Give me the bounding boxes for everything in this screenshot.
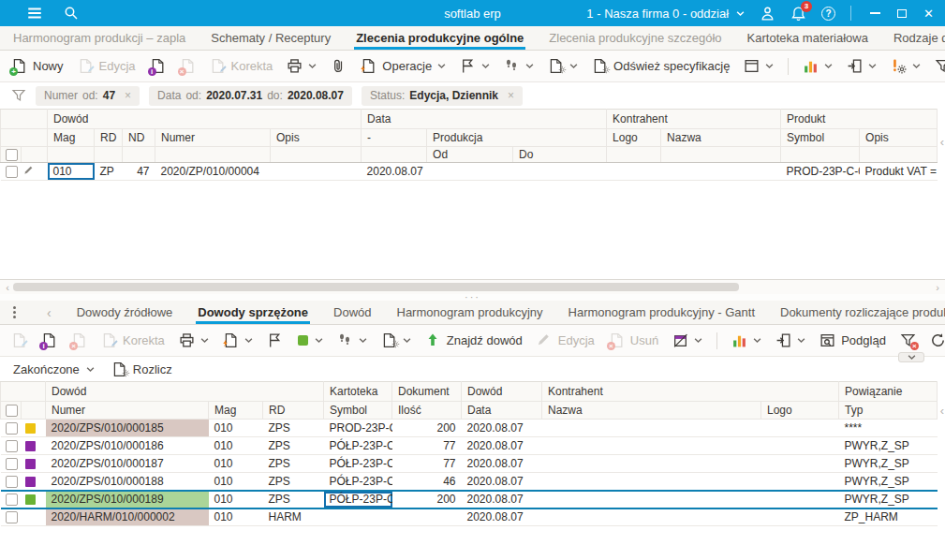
cell-symbol[interactable]: PÓŁP-23P-C	[324, 491, 392, 508]
korekta-button[interactable]: Korekta	[101, 332, 165, 348]
col-mag[interactable]: Mag	[48, 129, 95, 147]
operations-button[interactable]: Operacje	[361, 58, 446, 74]
maximize-button[interactable]	[897, 9, 907, 18]
cell-logo[interactable]	[761, 508, 839, 526]
cell-mag[interactable]: 010	[209, 508, 263, 526]
col-od[interactable]: Od	[427, 147, 513, 163]
tab-dowody-sprzezone[interactable]: Dowody sprzężone	[198, 301, 308, 324]
collapse-panel-button[interactable]	[898, 352, 924, 362]
cell-typ[interactable]: PWYR,Z_SP	[839, 455, 938, 473]
cell-nazwa[interactable]	[542, 455, 761, 473]
tab-rodzaje-dowodow[interactable]: Rodzaje dowodów	[893, 26, 945, 50]
cell-mag[interactable]: 010	[209, 420, 263, 437]
col-nd[interactable]: ND	[123, 129, 155, 147]
cell-rd[interactable]: ZPS	[263, 473, 324, 491]
cell-numer[interactable]: 2020/ZPS/010/000188	[46, 473, 209, 491]
cell-mag[interactable]: 010	[209, 491, 263, 508]
cell-rd[interactable]: ZPS	[263, 455, 324, 473]
company-selector[interactable]: 1 - Nasza firma 0 - oddział	[586, 7, 745, 21]
hamburger-menu-icon[interactable]	[26, 5, 43, 22]
cell-data[interactable]: 2020.08.07	[462, 473, 542, 491]
cell-nazwa[interactable]	[542, 473, 761, 491]
cell-symbol[interactable]: PÓŁP-23P-C	[324, 437, 392, 455]
minimize-button[interactable]	[870, 12, 880, 14]
col-opis2[interactable]: Opis	[860, 129, 938, 147]
col-symbol[interactable]: Symbol	[324, 402, 392, 420]
cell-data[interactable]: 2020.08.07	[462, 420, 542, 437]
scroll-left-icon[interactable]: ‹	[940, 135, 944, 149]
trace-button[interactable]	[337, 332, 367, 348]
cell-numer[interactable]: 2020/ZPS/010/000186	[46, 437, 209, 455]
cell-do[interactable]	[513, 163, 607, 181]
group-dowod[interactable]: Dowód	[46, 382, 324, 402]
clear-selection-button[interactable]	[672, 332, 702, 348]
col-ilosc[interactable]: Ilość	[392, 402, 462, 420]
trace-button[interactable]	[504, 58, 534, 74]
cell-ilosc[interactable]: 77	[392, 455, 462, 473]
cell-ilosc[interactable]	[392, 508, 462, 526]
col-nazwa[interactable]: Nazwa	[661, 129, 781, 147]
row-checkbox[interactable]	[6, 166, 18, 178]
edit-document-button[interactable]: Edycja	[78, 58, 136, 74]
cell-symbol[interactable]: PROD-23P-C-006	[781, 163, 860, 181]
select-all-checkbox[interactable]	[6, 405, 18, 417]
cell-mag[interactable]: 010	[209, 455, 263, 473]
cell-ilosc[interactable]: 200	[392, 491, 462, 508]
delete-document-button[interactable]: ×	[71, 332, 87, 348]
flag-button[interactable]	[460, 58, 490, 74]
cell-numer[interactable]: 2020/ZPS/010/000185	[46, 420, 209, 437]
document-settings-button[interactable]	[381, 332, 411, 348]
operations-button[interactable]	[223, 332, 253, 348]
tab-dokumenty-rozliczajace[interactable]: Dokumenty rozliczające produkcje	[780, 301, 945, 324]
cell-nazwa[interactable]	[542, 437, 761, 455]
filter-chip-data[interactable]: Data od: 2020.07.31 do: 2020.08.07	[149, 86, 352, 106]
new-document-button[interactable]: + Nowy	[11, 58, 64, 74]
cell-numer[interactable]: 2020/ZP/010/00004	[155, 163, 271, 181]
cell-data[interactable]: 2020.08.07	[462, 491, 542, 508]
table-row[interactable]: 010 ZP 47 2020/ZP/010/00004 2020.08.07 P…	[1, 163, 938, 181]
tab-harmonogram-produkcyjny[interactable]: Harmonogram produkcyjny	[397, 301, 543, 324]
cell-logo[interactable]	[761, 437, 839, 455]
cell-typ[interactable]: ZP_HARM	[839, 508, 938, 526]
tab-harmonogram-gantt[interactable]: Harmonogram produkcyjny - Gantt	[568, 301, 755, 324]
alerts-button[interactable]	[891, 58, 921, 74]
window-document-button[interactable]	[744, 58, 774, 74]
col-symbol[interactable]: Symbol	[781, 129, 860, 147]
cell-typ[interactable]: PWYR,Z_SP	[839, 491, 938, 508]
korekta-button[interactable]: Korekta	[210, 58, 273, 74]
clear-filter-button[interactable]: ×	[935, 58, 945, 74]
cell-mag[interactable]: 010	[209, 473, 263, 491]
cell-nazwa[interactable]	[542, 491, 761, 508]
cell-logo[interactable]	[761, 473, 839, 491]
group-dokument[interactable]: Dokument	[392, 382, 462, 402]
cell-rd[interactable]: ZPS	[263, 437, 324, 455]
tab-kartoteka-materialowa[interactable]: Kartoteka materiałowa	[747, 26, 868, 50]
search-icon[interactable]	[64, 6, 79, 21]
cell-data[interactable]: 2020.08.07	[462, 455, 542, 473]
refresh-button[interactable]	[930, 332, 945, 348]
cell-mag[interactable]: 010	[209, 437, 263, 455]
col-rd[interactable]: RD	[263, 402, 324, 420]
col-do[interactable]: Do	[513, 147, 607, 163]
cell-ilosc[interactable]: 200	[392, 420, 462, 437]
col-numer[interactable]: Numer	[46, 402, 209, 420]
print-button[interactable]	[287, 58, 317, 74]
chart-button[interactable]	[731, 332, 761, 348]
notifications-bell-icon[interactable]: 3	[790, 6, 806, 22]
close-icon[interactable]: ×	[508, 89, 514, 102]
cell-nazwa[interactable]	[542, 420, 761, 437]
cell-ilosc[interactable]: 77	[392, 437, 462, 455]
cell-nazwa[interactable]	[542, 508, 761, 526]
cell-mag[interactable]: 010	[48, 163, 95, 181]
delete-button[interactable]: × Usuń	[609, 332, 658, 348]
cell-rd[interactable]: ZPS	[263, 420, 324, 437]
close-icon[interactable]: ×	[125, 89, 131, 102]
filter-chip-status[interactable]: Status: Edycja, Dziennik ×	[362, 86, 523, 106]
table-row-selected[interactable]: 2020/ZPS/010/000189 010 ZPS PÓŁP-23P-C 2…	[1, 491, 938, 508]
tab-dowod[interactable]: Dowód	[333, 301, 371, 324]
pane-splitter[interactable]: ···	[0, 294, 945, 301]
scrollbar-track[interactable]	[13, 282, 932, 292]
refresh-specification-button[interactable]: Odśwież specyfikację	[592, 58, 730, 74]
group-produkcja[interactable]: Produkcja	[427, 129, 607, 147]
cell-rd[interactable]: ZPS	[263, 491, 324, 508]
